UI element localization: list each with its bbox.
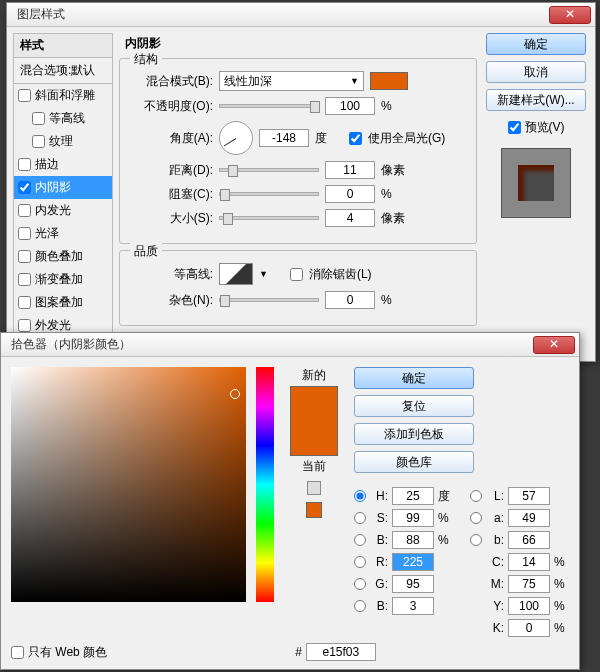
- y-input[interactable]: 100: [508, 597, 550, 615]
- style-label: 渐变叠加: [35, 271, 83, 288]
- g-input[interactable]: 95: [392, 575, 434, 593]
- contour-picker[interactable]: [219, 263, 253, 285]
- opacity-label: 不透明度(O):: [128, 98, 213, 115]
- angle-wheel[interactable]: [219, 121, 253, 155]
- style-checkbox[interactable]: [18, 319, 31, 332]
- r-radio[interactable]: [354, 556, 366, 568]
- choke-slider[interactable]: [219, 192, 319, 196]
- b-radio[interactable]: [354, 534, 366, 546]
- distance-slider[interactable]: [219, 168, 319, 172]
- global-light-checkbox[interactable]: [349, 132, 362, 145]
- chevron-down-icon[interactable]: ▼: [259, 269, 268, 279]
- choke-input[interactable]: 0: [325, 185, 375, 203]
- style-item-1[interactable]: 等高线: [14, 107, 112, 130]
- cancel-button[interactable]: 取消: [486, 61, 586, 83]
- style-checkbox[interactable]: [18, 227, 31, 240]
- c-label: C:: [486, 555, 504, 569]
- close-icon[interactable]: ✕: [533, 336, 575, 354]
- style-item-8[interactable]: 渐变叠加: [14, 268, 112, 291]
- style-item-7[interactable]: 颜色叠加: [14, 245, 112, 268]
- preview-thumbnail: [501, 148, 571, 218]
- style-checkbox[interactable]: [18, 204, 31, 217]
- noise-slider[interactable]: [219, 298, 319, 302]
- l-input[interactable]: 57: [508, 487, 550, 505]
- close-icon[interactable]: ✕: [549, 6, 591, 24]
- b-input[interactable]: 88: [392, 531, 434, 549]
- web-only-checkbox[interactable]: [11, 646, 24, 659]
- style-item-5[interactable]: 内发光: [14, 199, 112, 222]
- picker-ok-button[interactable]: 确定: [354, 367, 474, 389]
- size-slider[interactable]: [219, 216, 319, 220]
- style-item-2[interactable]: 纹理: [14, 130, 112, 153]
- style-checkbox[interactable]: [32, 112, 45, 125]
- noise-input[interactable]: 0: [325, 291, 375, 309]
- shadow-color-swatch[interactable]: [370, 72, 408, 90]
- lb-input[interactable]: 66: [508, 531, 550, 549]
- ok-button[interactable]: 确定: [486, 33, 586, 55]
- bb-label: B:: [370, 599, 388, 613]
- picker-titlebar[interactable]: 拾色器（内阴影颜色） ✕: [1, 333, 579, 357]
- opacity-slider[interactable]: [219, 104, 319, 108]
- bb-radio[interactable]: [354, 600, 366, 612]
- noise-unit: %: [381, 293, 409, 307]
- c-input[interactable]: 14: [508, 553, 550, 571]
- panel-title: 内阴影: [119, 33, 477, 58]
- size-unit: 像素: [381, 210, 409, 227]
- r-label: R:: [370, 555, 388, 569]
- s-input[interactable]: 99: [392, 509, 434, 527]
- size-input[interactable]: 4: [325, 209, 375, 227]
- k-input[interactable]: 0: [508, 619, 550, 637]
- noise-label: 杂色(N):: [128, 292, 213, 309]
- k-unit: %: [554, 621, 568, 635]
- distance-input[interactable]: 11: [325, 161, 375, 179]
- lb-radio[interactable]: [470, 534, 482, 546]
- hue-slider[interactable]: [256, 367, 274, 602]
- angle-input[interactable]: -148: [259, 129, 309, 147]
- a-radio[interactable]: [470, 512, 482, 524]
- style-item-3[interactable]: 描边: [14, 153, 112, 176]
- style-checkbox[interactable]: [18, 273, 31, 286]
- s-radio[interactable]: [354, 512, 366, 524]
- style-checkbox[interactable]: [32, 135, 45, 148]
- color-libs-button[interactable]: 颜色库: [354, 451, 474, 473]
- b-label: B:: [370, 533, 388, 547]
- chevron-down-icon: ▼: [350, 76, 359, 86]
- cube-icon[interactable]: [307, 481, 321, 495]
- opacity-input[interactable]: 100: [325, 97, 375, 115]
- style-item-6[interactable]: 光泽: [14, 222, 112, 245]
- new-current-swatch[interactable]: [290, 386, 338, 456]
- antialias-checkbox[interactable]: [290, 268, 303, 281]
- warning-swatch[interactable]: [306, 502, 322, 518]
- structure-group: 结构 混合模式(B): 线性加深 ▼ 不透明度(O): 100 % 角度(: [119, 58, 477, 244]
- m-label: M:: [486, 577, 504, 591]
- new-style-button[interactable]: 新建样式(W)...: [486, 89, 586, 111]
- m-input[interactable]: 75: [508, 575, 550, 593]
- blending-default[interactable]: 混合选项:默认: [13, 58, 113, 84]
- style-item-4[interactable]: 内阴影: [14, 176, 112, 199]
- a-input[interactable]: 49: [508, 509, 550, 527]
- picker-reset-button[interactable]: 复位: [354, 395, 474, 417]
- r-input[interactable]: 225: [392, 553, 434, 571]
- styles-header[interactable]: 样式: [13, 33, 113, 58]
- h-radio[interactable]: [354, 490, 366, 502]
- style-item-9[interactable]: 图案叠加: [14, 291, 112, 314]
- saturation-value-field[interactable]: [11, 367, 246, 602]
- bb-input[interactable]: 3: [392, 597, 434, 615]
- style-item-0[interactable]: 斜面和浮雕: [14, 84, 112, 107]
- style-checkbox[interactable]: [18, 181, 31, 194]
- blend-mode-dropdown[interactable]: 线性加深 ▼: [219, 71, 364, 91]
- layer-style-titlebar[interactable]: 图层样式 ✕: [7, 3, 595, 27]
- style-checkbox[interactable]: [18, 250, 31, 263]
- hex-input[interactable]: e15f03: [306, 643, 376, 661]
- add-swatch-button[interactable]: 添加到色板: [354, 423, 474, 445]
- style-checkbox[interactable]: [18, 89, 31, 102]
- style-checkbox[interactable]: [18, 296, 31, 309]
- h-input[interactable]: 25: [392, 487, 434, 505]
- preview-checkbox[interactable]: [508, 121, 521, 134]
- g-radio[interactable]: [354, 578, 366, 590]
- l-radio[interactable]: [470, 490, 482, 502]
- blend-mode-label: 混合模式(B):: [128, 73, 213, 90]
- c-unit: %: [554, 555, 568, 569]
- new-current-column: 新的 当前: [284, 367, 344, 637]
- style-checkbox[interactable]: [18, 158, 31, 171]
